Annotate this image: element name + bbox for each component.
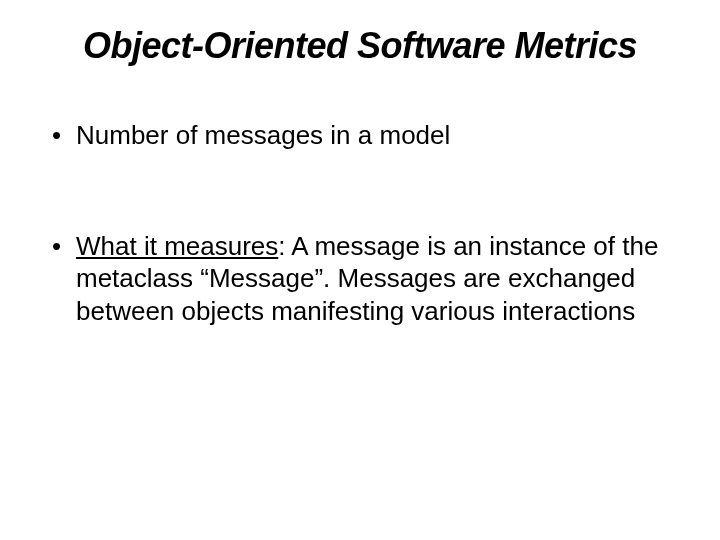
bullet-label: What it measures <box>76 231 278 261</box>
bullet-list: Number of messages in a model What it me… <box>48 119 672 327</box>
bullet-text: Number of messages in a model <box>76 120 450 150</box>
slide-title: Object-Oriented Software Metrics <box>48 25 672 67</box>
slide-container: Object-Oriented Software Metrics Number … <box>0 0 720 367</box>
bullet-item: Number of messages in a model <box>48 119 672 152</box>
bullet-item: What it measures: A message is an instan… <box>48 230 672 328</box>
